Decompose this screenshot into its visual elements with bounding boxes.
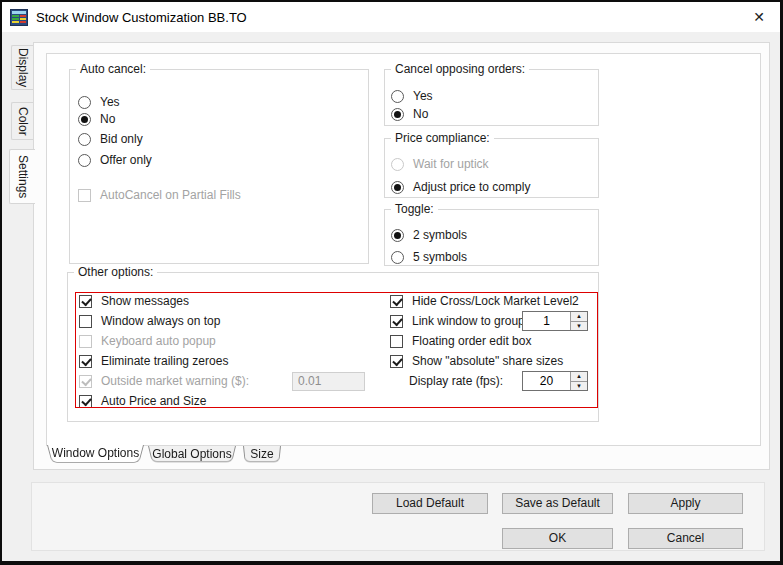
radio-label: Yes (413, 89, 433, 104)
checkbox-keyboard-auto-popup: Keyboard auto popup (79, 333, 216, 349)
checkbox-icon-checked[interactable] (79, 355, 92, 368)
radio-auto-cancel-offer-only[interactable]: Offer only (78, 152, 152, 168)
tab-display-label: Display (16, 48, 30, 87)
close-icon[interactable]: ✕ (750, 8, 768, 26)
checkbox-eliminate-trailing-zeroes[interactable]: Eliminate trailing zeroes (79, 353, 228, 369)
group-cancel-opposing-label: Cancel opposing orders: (391, 62, 529, 76)
radio-label: Yes (100, 95, 120, 110)
checkbox-window-always-on-top[interactable]: Window always on top (79, 313, 220, 329)
radio-icon[interactable] (391, 251, 404, 264)
group-price-compliance-label: Price compliance: (391, 131, 494, 145)
checkbox-icon (78, 189, 91, 202)
link-group-spinner-value[interactable]: 1 (523, 312, 570, 330)
tab-global-options-label: Global Options (148, 446, 236, 462)
tab-color-label: Color (16, 107, 30, 136)
checkbox-outside-market-warning: Outside market warning ($): (79, 373, 249, 389)
checkbox-hide-cross-lock-level2[interactable]: Hide Cross/Lock Market Level2 (390, 293, 579, 309)
radio-icon[interactable] (78, 154, 91, 167)
checkbox-icon-disabled-checked (79, 375, 92, 388)
tab-settings[interactable]: Settings (9, 149, 35, 204)
checkbox-label: Floating order edit box (412, 334, 531, 349)
group-toggle: Toggle: 2 symbols 5 symbols (384, 209, 599, 266)
group-other-options-label: Other options: (74, 265, 157, 279)
tab-size[interactable]: Size (243, 446, 281, 464)
radio-icon-selected[interactable] (391, 181, 404, 194)
checkbox-autocancel-partial-fills: AutoCancel on Partial Fills (78, 187, 241, 203)
group-toggle-label: Toggle: (391, 202, 438, 216)
group-other-options: Other options: Show messages Window alwa… (67, 272, 599, 422)
radio-label: 5 symbols (413, 250, 467, 265)
radio-label: Wait for uptick (413, 157, 489, 172)
radio-icon[interactable] (391, 90, 404, 103)
display-rate-row: Display rate (fps): (409, 373, 503, 389)
tab-window-options[interactable]: Window Options (47, 445, 144, 465)
spinner-down-icon[interactable]: ▼ (571, 382, 587, 391)
checkbox-auto-price-and-size[interactable]: Auto Price and Size (79, 393, 206, 409)
spinner-buttons[interactable]: ▲ ▼ (570, 372, 587, 390)
radio-5-symbols[interactable]: 5 symbols (391, 249, 467, 265)
radio-label: Adjust price to comply (413, 180, 530, 195)
radio-label: No (100, 112, 115, 127)
checkbox-icon-disabled (79, 335, 92, 348)
spinner-up-icon[interactable]: ▲ (571, 372, 587, 382)
tab-window-options-label: Window Options (47, 445, 144, 461)
checkbox-label: Outside market warning ($): (101, 374, 249, 389)
display-rate-spinner-value[interactable]: 20 (523, 372, 570, 390)
checkbox-label: Link window to group: (412, 314, 528, 329)
display-rate-label: Display rate (fps): (409, 374, 503, 389)
radio-icon-disabled (391, 158, 404, 171)
checkbox-link-window-to-group[interactable]: Link window to group: (390, 313, 528, 329)
checkbox-icon-checked[interactable] (79, 395, 92, 408)
outside-market-warning-field: 0.01 (292, 372, 365, 391)
checkbox-label: Show "absolute" share sizes (412, 354, 563, 369)
display-rate-spinner[interactable]: 20 ▲ ▼ (522, 371, 588, 391)
checkbox-label: AutoCancel on Partial Fills (100, 188, 241, 203)
checkbox-icon-checked[interactable] (390, 295, 403, 308)
radio-label: Bid only (100, 132, 143, 147)
cancel-button[interactable]: Cancel (628, 528, 743, 549)
checkbox-label: Window always on top (101, 314, 220, 329)
spinner-down-icon[interactable]: ▼ (571, 322, 587, 331)
save-as-default-button[interactable]: Save as Default (502, 493, 613, 514)
radio-auto-cancel-bid-only[interactable]: Bid only (78, 131, 143, 147)
group-auto-cancel: Auto cancel: Yes No Bid only Offer only … (69, 69, 369, 264)
checkbox-icon-checked[interactable] (79, 295, 92, 308)
radio-icon-selected[interactable] (78, 113, 91, 126)
radio-label: 2 symbols (413, 228, 467, 243)
radio-opposing-yes[interactable]: Yes (391, 88, 433, 104)
checkbox-icon-checked[interactable] (390, 315, 403, 328)
checkbox-icon[interactable] (79, 315, 92, 328)
window-title: Stock Window Customization BB.TO (36, 10, 247, 25)
radio-wait-for-uptick: Wait for uptick (391, 156, 489, 172)
radio-2-symbols[interactable]: 2 symbols (391, 227, 467, 243)
titlebar: Stock Window Customization BB.TO ✕ (2, 2, 780, 32)
checkbox-label: Hide Cross/Lock Market Level2 (412, 294, 579, 309)
tab-settings-label: Settings (16, 155, 30, 198)
checkbox-icon[interactable] (390, 335, 403, 348)
checkbox-label: Show messages (101, 294, 189, 309)
ok-button[interactable]: OK (502, 528, 613, 549)
radio-auto-cancel-yes[interactable]: Yes (78, 94, 120, 110)
radio-adjust-price[interactable]: Adjust price to comply (391, 179, 530, 195)
radio-icon[interactable] (78, 96, 91, 109)
link-group-spinner[interactable]: 1 ▲ ▼ (522, 311, 588, 331)
checkbox-show-messages[interactable]: Show messages (79, 293, 189, 309)
radio-icon-selected[interactable] (391, 108, 404, 121)
spinner-buttons[interactable]: ▲ ▼ (570, 312, 587, 330)
radio-icon[interactable] (78, 133, 91, 146)
radio-opposing-no[interactable]: No (391, 106, 428, 122)
radio-icon-selected[interactable] (391, 229, 404, 242)
app-grid-icon (10, 9, 28, 26)
spinner-up-icon[interactable]: ▲ (571, 312, 587, 322)
load-default-button[interactable]: Load Default (372, 493, 488, 514)
checkbox-show-absolute-share-sizes[interactable]: Show "absolute" share sizes (390, 353, 563, 369)
tab-color[interactable]: Color (11, 102, 33, 140)
checkbox-icon-checked[interactable] (390, 355, 403, 368)
dialog-window: Stock Window Customization BB.TO ✕ Displ… (0, 0, 783, 565)
tab-display[interactable]: Display (11, 45, 33, 90)
apply-button[interactable]: Apply (628, 493, 743, 514)
checkbox-label: Eliminate trailing zeroes (101, 354, 228, 369)
tab-global-options[interactable]: Global Options (148, 446, 236, 464)
checkbox-floating-order-edit-box[interactable]: Floating order edit box (390, 333, 531, 349)
radio-auto-cancel-no[interactable]: No (78, 111, 115, 127)
